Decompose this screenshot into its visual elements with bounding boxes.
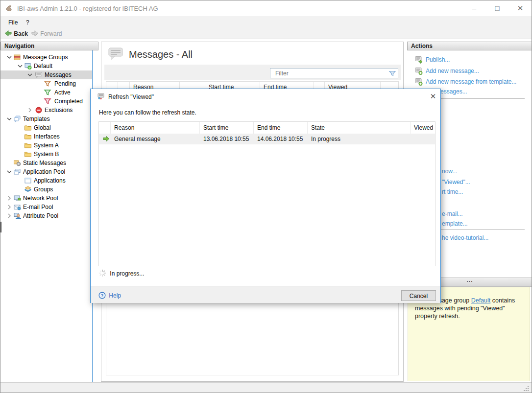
sidebar-item-label: Default (34, 62, 52, 70)
actions-pane-header: Actions (407, 42, 532, 50)
action-partial-start-time[interactable]: rt time... (442, 188, 463, 195)
chevron-right-icon[interactable] (5, 212, 13, 220)
cell-reason: General message (111, 134, 200, 144)
maximize-button[interactable]: □ (486, 0, 508, 16)
sidebar-item-application-pool[interactable]: Application Pool (0, 167, 92, 176)
dialog-title-icon (97, 92, 105, 100)
sidebar-item-messages[interactable]: Messages (0, 70, 92, 79)
navigation-pane-header: Navigation (0, 42, 98, 50)
message-groups-icon (13, 53, 21, 61)
folder-icon (24, 150, 32, 158)
title-bar: IBI-aws Admin 1.21.0 - registered for IB… (0, 0, 532, 16)
close-button[interactable]: ✕ (509, 0, 532, 16)
messages-title-icon (107, 46, 125, 63)
sidebar-item-default[interactable]: Default (0, 62, 92, 70)
dialog-close-icon[interactable]: ✕ (428, 92, 438, 101)
cell-viewed (411, 134, 435, 144)
action-partial-messages[interactable]: essages... (440, 88, 467, 95)
filter-input[interactable] (271, 69, 384, 77)
sidebar-item-static-messages[interactable]: Static Messages (0, 159, 92, 167)
funnel-pending-icon (44, 80, 51, 88)
menu-bar: File ? (0, 16, 532, 28)
add-message-icon (415, 67, 423, 75)
table-row[interactable]: General message 13.06.2018 10:55 14.06.2… (99, 134, 435, 144)
default-group-link[interactable]: Default (471, 297, 491, 304)
funnel-active-icon (44, 89, 51, 96)
menu-help[interactable]: ? (23, 18, 32, 27)
column-viewed[interactable]: Viewed (411, 122, 435, 134)
sidebar-item-label: Groups (34, 185, 53, 194)
column-state[interactable]: State (308, 122, 411, 134)
sidebar-item-exclusions[interactable]: Exclusions (0, 106, 92, 115)
sidebar-item-templates[interactable]: Templates (0, 115, 92, 123)
sidebar-item-label: Global (34, 123, 51, 132)
application-pool-icon (13, 168, 21, 176)
refresh-table-header: Reason Start time End time State Viewed (99, 122, 435, 134)
action-add-new-message[interactable]: Add new message... (415, 67, 479, 75)
dialog-title: Refresh "Viewed" (108, 93, 154, 100)
app-icon (5, 4, 13, 12)
sidebar-item-label: E-mail Pool (23, 203, 53, 211)
window-title: IBI-aws Admin 1.21.0 - registered for IB… (17, 5, 158, 12)
sidebar-item-interfaces[interactable]: Interfaces (0, 132, 92, 141)
forward-button[interactable]: Forward (31, 29, 62, 38)
column-reason[interactable]: Reason (111, 122, 200, 134)
dialog-footer: ? Help Cancel (91, 286, 440, 303)
action-add-message-from-template[interactable]: Add new message from template... (415, 78, 516, 86)
app-window: IBI-aws Admin 1.21.0 - registered for IB… (0, 0, 532, 393)
chevron-right-icon[interactable] (5, 194, 13, 202)
sidebar-item-label: Templates (23, 115, 50, 123)
static-messages-icon (13, 159, 21, 167)
menu-file[interactable]: File (5, 18, 21, 27)
back-button[interactable]: Back (4, 29, 28, 38)
sidebar-item-attribute-pool[interactable]: Attribute Pool (0, 211, 92, 220)
sidebar-item-label: Network Pool (23, 194, 58, 203)
filter-funnel-icon[interactable] (388, 69, 396, 77)
chevron-down-icon[interactable] (5, 168, 13, 176)
action-partial-video-tutorial[interactable]: he video-tutorial... (442, 234, 488, 241)
spinner-icon (98, 269, 106, 279)
action-publish[interactable]: Publish... (415, 56, 450, 64)
network-pool-icon (13, 194, 21, 202)
help-link[interactable]: ? Help (98, 292, 121, 301)
action-partial-now[interactable]: now... (442, 168, 457, 175)
sidebar-item-label: System B (34, 150, 59, 159)
sidebar-item-completed[interactable]: Completed (0, 97, 92, 106)
in-progress-arrow-icon (102, 137, 110, 144)
sidebar-item-global[interactable]: Global (0, 123, 92, 132)
svg-text:?: ? (101, 293, 104, 298)
column-status-icon[interactable] (99, 122, 111, 134)
sidebar-item-email-pool[interactable]: E-mail Pool (0, 203, 92, 211)
folder-icon (24, 141, 32, 149)
chevron-right-icon[interactable] (26, 106, 34, 114)
splitter-dots: ... (466, 277, 473, 283)
sidebar-item-message-groups[interactable]: Message Groups (0, 53, 92, 62)
help-icon: ? (98, 292, 106, 301)
sidebar-item-system-b[interactable]: System B (0, 150, 92, 159)
chevron-down-icon[interactable] (5, 53, 13, 61)
chevron-right-icon[interactable] (5, 203, 13, 211)
chevron-down-icon[interactable] (5, 115, 13, 123)
back-arrow-icon (4, 29, 12, 40)
chevron-down-icon[interactable] (16, 62, 24, 70)
navigation-tree: Message Groups Default Messages Pending … (0, 50, 93, 382)
sidebar-item-pending[interactable]: Pending (0, 79, 92, 88)
window-edge-artifact (0, 222, 1, 232)
action-partial-email[interactable]: e-mail... (442, 210, 463, 217)
action-partial-template[interactable]: emplate... (442, 220, 468, 227)
minimize-button[interactable]: – (463, 0, 485, 16)
sidebar-item-active[interactable]: Active (0, 88, 92, 97)
sidebar-item-system-a[interactable]: System A (0, 141, 92, 150)
groups-icon (24, 185, 32, 193)
sidebar-item-label: Application Pool (23, 167, 65, 176)
column-end-time[interactable]: End time (254, 122, 308, 134)
action-partial-refresh-viewed[interactable]: "Viewed"... (442, 179, 470, 185)
sidebar-item-applications[interactable]: Applications (0, 176, 92, 185)
chevron-down-icon[interactable] (26, 71, 34, 79)
page-title: Messages - All (129, 49, 193, 60)
sidebar-item-network-pool[interactable]: Network Pool (0, 194, 92, 203)
column-start-time[interactable]: Start time (200, 122, 254, 134)
sidebar-item-groups[interactable]: Groups (0, 185, 92, 194)
sidebar-item-label: Active (54, 88, 71, 97)
cancel-button[interactable]: Cancel (401, 290, 436, 301)
